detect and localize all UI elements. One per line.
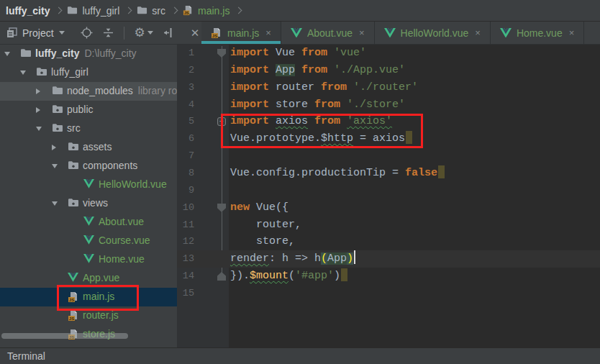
- project-toolwindow-header: Project ⚙ ✕: [0, 22, 201, 44]
- tree-item-label: Course.vue: [99, 235, 150, 246]
- svg-text:JS: JS: [184, 11, 189, 15]
- vue-icon: [291, 28, 302, 38]
- code-line-14[interactable]: 14}).$mount('#app'): [177, 268, 600, 285]
- code-line-10[interactable]: 10new Vue({: [177, 199, 600, 217]
- breadcrumb-item-src[interactable]: src: [137, 5, 165, 17]
- tree-item-luffy_city[interactable]: luffy_cityD:\luffy_city: [0, 45, 177, 63]
- svg-text:JS: JS: [212, 33, 217, 37]
- code-line-4[interactable]: 4import store from './store': [177, 96, 600, 114]
- breadcrumb-label: src: [152, 5, 165, 17]
- tree-item-label: luffy_girl: [51, 66, 88, 78]
- breadcrumb-chevron-icon: [171, 7, 178, 14]
- vue-icon: [83, 179, 94, 191]
- tree-item-label: App.vue: [83, 272, 119, 283]
- tree-item-assets[interactable]: assets: [0, 138, 177, 157]
- tree-expand-right-icon[interactable]: [36, 107, 40, 113]
- code-line-1[interactable]: 1import Vue from 'vue': [177, 45, 600, 62]
- code-line-11[interactable]: 11 router,: [177, 217, 600, 234]
- tree-expand-down-icon[interactable]: [4, 52, 10, 56]
- code-line-12[interactable]: 12 store,: [177, 233, 600, 250]
- tree-item-HelloWorld.vue[interactable]: HelloWorld.vue: [0, 176, 177, 194]
- vue-icon: [384, 28, 396, 38]
- breadcrumb-chevron-icon: [55, 7, 63, 14]
- code-line-15[interactable]: 15: [177, 285, 600, 302]
- tree-item-src[interactable]: src: [0, 119, 177, 138]
- tree-item-label: HelloWorld.vue: [99, 178, 167, 190]
- breadcrumb-item-luffy_girl[interactable]: luffy_girl: [67, 5, 119, 17]
- main-content: luffy_cityD:\luffy_cityluffy_girlnode_mo…: [0, 45, 600, 347]
- line-number: 8: [177, 165, 194, 182]
- gear-icon[interactable]: ⚙: [135, 25, 153, 40]
- tree-item-views[interactable]: views: [0, 194, 177, 213]
- line-number: 7: [177, 147, 194, 165]
- project-toolwindow-label: Project: [22, 27, 54, 39]
- code-line-9[interactable]: 9: [177, 182, 600, 199]
- text-caret: [354, 250, 355, 264]
- tab-HelloWorld.vue[interactable]: HelloWorld.vue×: [375, 22, 491, 44]
- vue-icon: [83, 217, 94, 228]
- breadcrumb-item-main.js[interactable]: JSmain.js: [183, 5, 229, 17]
- tree-expand-right-icon[interactable]: [52, 145, 56, 150]
- tree-item-node_modules[interactable]: node_moduleslibrary root: [0, 82, 177, 101]
- vue-icon: [83, 254, 94, 263]
- vue-icon: [500, 28, 512, 38]
- tree-expand-right-icon[interactable]: [36, 88, 40, 94]
- tab-main.js[interactable]: JSmain.js×: [201, 22, 281, 44]
- terminal-bar[interactable]: Terminal: [0, 347, 600, 364]
- breadcrumb-label: main.js: [198, 5, 229, 17]
- tree-horizontal-scrollbar[interactable]: [1, 333, 128, 339]
- code-line-3[interactable]: 3import router from './router': [177, 79, 600, 96]
- tab-close-icon[interactable]: ×: [265, 27, 271, 38]
- vue-icon: [83, 179, 94, 188]
- breadcrumb-item-luffy_city[interactable]: luffy_city: [6, 5, 50, 17]
- folder-dot-icon: [68, 160, 79, 172]
- locate-icon[interactable]: [81, 27, 93, 39]
- line-number: 5: [177, 113, 194, 130]
- vue-icon: [83, 235, 94, 247]
- tree-expand-down-icon[interactable]: [36, 127, 42, 131]
- project-toolwindow-title[interactable]: Project: [6, 27, 65, 39]
- tab-close-icon[interactable]: ×: [569, 27, 575, 38]
- line-number: 10: [177, 199, 194, 217]
- code-line-7[interactable]: 7: [177, 147, 600, 165]
- tree-item-public[interactable]: public: [0, 101, 177, 119]
- collapse-all-icon[interactable]: [103, 27, 114, 39]
- breadcrumb: luffy_cityluffy_girlsrcJSmain.js: [0, 0, 600, 22]
- folder-dot-icon: [68, 198, 79, 209]
- code-line-2[interactable]: 2import App from './App.vue': [177, 62, 600, 79]
- editor-tabs: JSmain.js×About.vue×HelloWorld.vue×Home.…: [201, 22, 584, 44]
- tab-close-icon[interactable]: ×: [475, 27, 481, 38]
- folder-icon: [67, 6, 78, 14]
- tree-expand-down-icon[interactable]: [20, 70, 26, 75]
- js-file-icon: JS: [211, 27, 222, 39]
- tab-Home.vue[interactable]: Home.vue×: [491, 22, 584, 44]
- code-editor[interactable]: 1import Vue from 'vue'2import App from '…: [177, 45, 600, 347]
- tree-expand-down-icon[interactable]: [52, 164, 58, 168]
- line-number: 14: [177, 268, 194, 285]
- tree-expand-down-icon[interactable]: [52, 201, 58, 206]
- folder-icon: [52, 123, 63, 132]
- vue-icon: [83, 217, 94, 226]
- tree-item-Course.vue[interactable]: Course.vue: [0, 232, 177, 250]
- hide-panel-icon[interactable]: [163, 27, 175, 38]
- code-line-13[interactable]: 13render: h => h(App): [177, 250, 600, 268]
- tree-item-About.vue[interactable]: About.vue: [0, 213, 177, 232]
- tree-item-components[interactable]: components: [0, 157, 177, 176]
- annotation-box-editor: [221, 114, 423, 148]
- breadcrumb-chevron-icon: [125, 7, 132, 14]
- chevron-down-icon[interactable]: [59, 31, 65, 35]
- breadcrumb-chevron-icon: [235, 7, 242, 14]
- tab-About.vue[interactable]: About.vue×: [281, 22, 375, 44]
- tab-close-icon[interactable]: ×: [359, 27, 365, 38]
- tree-item-Home.vue[interactable]: Home.vue: [0, 250, 177, 269]
- tree-item-label: components: [83, 160, 137, 171]
- breadcrumb-label: luffy_city: [6, 5, 50, 17]
- tree-item-label: node_moduleslibrary root: [67, 85, 177, 96]
- folder-icon: [36, 67, 47, 76]
- close-panel-icon[interactable]: ✕: [191, 27, 200, 40]
- folder-icon: [20, 48, 32, 58]
- tree-item-luffy_girl[interactable]: luffy_girl: [0, 63, 177, 82]
- js-file-icon: JS: [68, 310, 79, 322]
- code-line-8[interactable]: 8Vue.config.productionTip = false: [177, 165, 600, 182]
- injected-fragment-marker: [438, 165, 445, 178]
